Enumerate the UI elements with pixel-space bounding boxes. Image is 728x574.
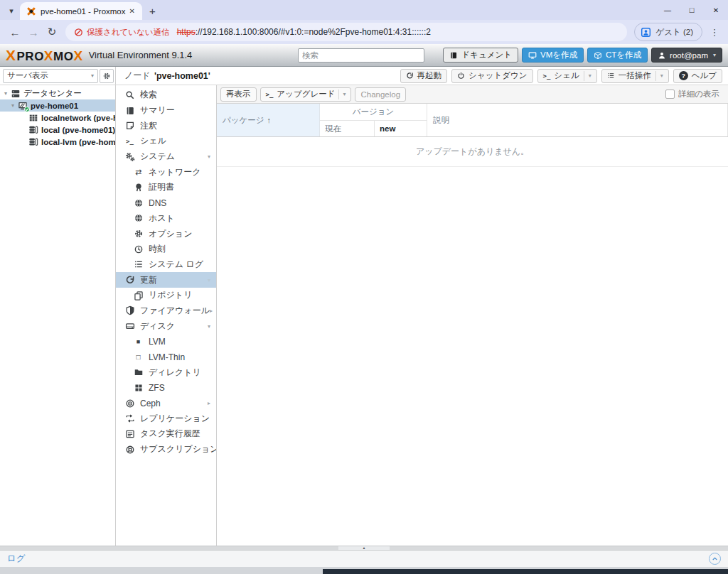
menu-label: LVM-Thin xyxy=(149,352,185,362)
chevron-down-icon[interactable]: ▾ xyxy=(208,323,216,330)
create-ct-button[interactable]: CTを作成 xyxy=(587,48,648,63)
chevron-right-icon[interactable]: ▸ xyxy=(210,308,217,314)
menu-item-lvm[interactable]: ■ LVM xyxy=(116,334,216,350)
close-button[interactable]: ✕ xyxy=(704,0,728,20)
forward-button[interactable]: → xyxy=(24,23,43,41)
menu-item-network[interactable]: ⇄ ネットワーク xyxy=(116,164,216,180)
menu-item-certificates[interactable]: 証明書 xyxy=(116,180,216,195)
node-title-prefix: ノード xyxy=(124,70,151,82)
menu-item-options[interactable]: オプション xyxy=(116,226,216,242)
menu-item-repositories[interactable]: リポジトリ xyxy=(116,288,216,303)
url-text: https://192.168.1.100:8006/#v1:0:=node%2… xyxy=(177,27,431,37)
menu-item-ceph[interactable]: Ceph ▸ xyxy=(116,396,216,411)
column-description[interactable]: 説明 xyxy=(427,104,728,136)
create-ct-label: CTを作成 xyxy=(606,50,641,60)
shutdown-button[interactable]: シャットダウン xyxy=(451,69,532,83)
browser-tab-active[interactable]: pve-home01 - Proxmox Virtual ✕ xyxy=(20,2,142,20)
menu-item-shell[interactable]: >_ シェル xyxy=(116,134,216,149)
menu-item-task-history[interactable]: タスク実行履歴 xyxy=(116,426,216,442)
url-bar[interactable]: 保護されていない通信 https://192.168.1.100:8006/#v… xyxy=(65,23,627,41)
create-vm-button[interactable]: VMを作成 xyxy=(522,48,584,63)
menu-item-subscription[interactable]: サブスクリプション xyxy=(116,442,216,457)
documentation-button[interactable]: ドキュメント xyxy=(443,48,518,63)
browser-tab-strip: ▾ pve-home01 - Proxmox Virtual ✕ + — □ ✕ xyxy=(0,0,728,20)
menu-item-zfs[interactable]: ZFS xyxy=(116,380,216,396)
header-buttons: ドキュメント VMを作成 CTを作成 root@pam ▾ xyxy=(443,48,722,63)
profile-button[interactable]: ゲスト (2) xyxy=(634,23,702,41)
menu-label: 時刻 xyxy=(149,243,166,255)
gear-icon xyxy=(102,72,111,80)
logo-x3: X xyxy=(73,48,82,64)
menu-item-replication[interactable]: レプリケーション xyxy=(116,411,216,426)
view-mode-select[interactable]: サーバ表示 ▾ xyxy=(3,69,98,83)
menu-label: ディスク xyxy=(140,320,175,332)
chevron-down-icon[interactable]: ▾ xyxy=(208,277,216,283)
menu-item-search[interactable]: 検索 xyxy=(116,87,216,103)
maximize-button[interactable]: □ xyxy=(680,0,704,20)
reload-button[interactable]: ↻ xyxy=(43,23,61,41)
upgrade-button[interactable]: >_ アップグレード ▾ xyxy=(260,87,352,102)
tree-item-local-storage[interactable]: local (pve-home01) xyxy=(0,124,115,136)
log-panel-splitter[interactable]: ▲ xyxy=(0,546,728,550)
shell-icon: >_ xyxy=(266,91,274,98)
tree-caret-icon[interactable]: ▾ xyxy=(2,90,9,97)
column-new[interactable]: new xyxy=(375,121,427,136)
version-subcolumns: 現在 new xyxy=(320,121,427,136)
chevron-down-icon[interactable]: ▾ xyxy=(343,91,346,97)
menu-item-lvm-thin[interactable]: □ LVM-Thin xyxy=(116,350,216,365)
new-tab-button[interactable]: + xyxy=(142,4,163,20)
tree-settings-button[interactable] xyxy=(100,69,114,83)
chevron-right-icon[interactable]: ▸ xyxy=(208,400,216,406)
resource-tree: ▾ データセンター ▾ pve-home01 localnetwork (pve… xyxy=(0,85,116,546)
browser-menu-button[interactable]: ⋮ xyxy=(707,27,722,38)
shell-button[interactable]: >_ シェル ▾ xyxy=(537,69,597,83)
minimize-button[interactable]: — xyxy=(655,0,680,20)
tree-item-local-lvm-storage[interactable]: local-lvm (pve-home... xyxy=(0,136,115,148)
tree-item-label: pve-home01 xyxy=(31,102,78,110)
menu-item-updates[interactable]: 更新 ▾ xyxy=(116,272,216,288)
chevron-down-icon[interactable]: ▾ xyxy=(208,153,216,160)
menu-item-directory[interactable]: ディレクトリ xyxy=(116,364,216,380)
bulk-actions-button[interactable]: 一括操作 ▾ xyxy=(601,69,669,83)
log-expand-button[interactable] xyxy=(709,553,721,565)
menu-item-dns[interactable]: DNS xyxy=(116,195,216,211)
button-divider xyxy=(655,71,656,81)
tree-item-localnetwork[interactable]: localnetwork (pve-ho... xyxy=(0,112,115,124)
show-details-checkbox[interactable] xyxy=(665,90,675,99)
menu-item-time[interactable]: 時刻 xyxy=(116,242,216,257)
menu-item-system[interactable]: システム ▾ xyxy=(116,149,216,165)
help-button[interactable]: ? ヘルプ xyxy=(673,69,722,83)
network-icon: ⇄ xyxy=(133,167,144,178)
menu-item-syslog[interactable]: システム ログ xyxy=(116,257,216,273)
global-search-input[interactable] xyxy=(298,48,424,63)
column-current[interactable]: 現在 xyxy=(320,121,375,136)
menu-item-hosts[interactable]: ホスト xyxy=(116,211,216,227)
column-version[interactable]: バージョン xyxy=(320,104,427,121)
changelog-button[interactable]: Changelog xyxy=(355,87,406,102)
security-chip[interactable]: 保護されていない通信 xyxy=(74,27,170,38)
menu-item-firewall[interactable]: ファイアウォール ▸ xyxy=(116,303,216,319)
menu-item-summary[interactable]: サマリー xyxy=(116,103,216,119)
tab-search-chevron-icon[interactable]: ▾ xyxy=(4,4,18,18)
menu-item-notes[interactable]: 注釈 xyxy=(116,118,216,134)
splitter-handle[interactable]: ▲ xyxy=(338,546,390,550)
cube-icon xyxy=(594,51,602,60)
restart-button[interactable]: 再起動 xyxy=(400,69,448,83)
copy-icon xyxy=(133,290,144,300)
chevron-down-icon[interactable]: ▾ xyxy=(660,72,663,79)
tree-item-datacenter[interactable]: ▾ データセンター xyxy=(0,87,115,99)
sort-ascending-icon: ↑ xyxy=(267,116,272,124)
tab-close-icon[interactable]: ✕ xyxy=(127,6,138,16)
chevron-down-icon[interactable]: ▾ xyxy=(589,72,592,79)
tree-item-node[interactable]: ▾ pve-home01 xyxy=(0,99,115,112)
column-package[interactable]: パッケージ ↑ xyxy=(217,104,320,136)
security-chip-label: 保護されていない通信 xyxy=(87,27,170,38)
refresh-list-button[interactable]: 再表示 xyxy=(220,87,257,102)
menu-item-disks[interactable]: ディスク ▾ xyxy=(116,318,216,334)
tree-caret-icon[interactable]: ▾ xyxy=(9,102,16,109)
show-details-label: 詳細の表示 xyxy=(678,89,719,99)
updates-panel: 再表示 >_ アップグレード ▾ Changelog 詳細の表示 xyxy=(217,85,728,546)
back-button[interactable]: ← xyxy=(6,23,24,41)
user-menu-button[interactable]: root@pam ▾ xyxy=(651,48,722,63)
taskbar-sliver xyxy=(323,569,728,574)
